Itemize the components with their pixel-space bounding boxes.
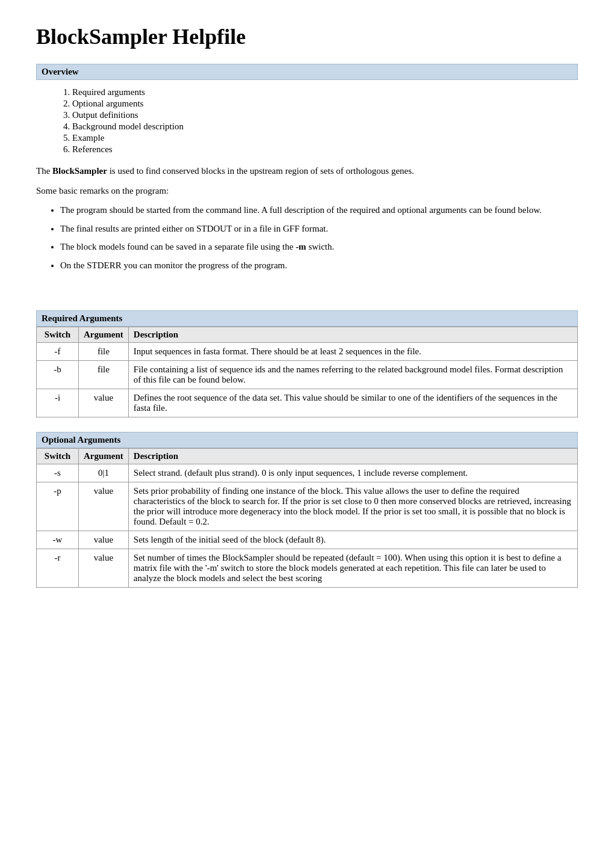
cell-argument: value — [79, 531, 129, 549]
table-row: -i value Defines the root sequence of th… — [37, 389, 578, 417]
required-args-table: Switch Argument Description -f file Inpu… — [36, 327, 578, 417]
table-row: -f file Input sequences in fasta format.… — [37, 343, 578, 361]
cell-description: Input sequences in fasta format. There s… — [128, 343, 577, 361]
list-item: The program should be started from the c… — [60, 203, 578, 217]
list-item: The block models found can be saved in a… — [60, 240, 578, 254]
table-row: -b file File containing a list of sequen… — [37, 361, 578, 389]
col-description: Description — [128, 327, 577, 343]
overview-header: Overview — [36, 64, 578, 80]
list-item: On the STDERR you can monitor the progre… — [60, 259, 578, 272]
table-row: -p value Sets prior probability of findi… — [37, 482, 578, 531]
col-argument: Argument — [79, 327, 129, 343]
table-row: -s 0|1 Select strand. (default plus stra… — [37, 464, 578, 482]
intro-paragraph1: The BlockSampler is used to find conserv… — [36, 164, 578, 178]
cell-argument: file — [79, 361, 129, 389]
cell-argument: 0|1 — [79, 464, 129, 482]
cell-argument: value — [79, 482, 129, 531]
cell-description: Select strand. (default plus strand). 0 … — [128, 464, 577, 482]
required-args-header: Required Arguments — [36, 310, 578, 327]
list-item: Output definitions — [72, 110, 578, 120]
table-row: -r value Set number of times the BlockSa… — [37, 549, 578, 588]
cell-switch: -w — [37, 531, 79, 549]
col-argument: Argument — [79, 449, 129, 464]
cell-switch: -b — [37, 361, 79, 389]
cell-argument: file — [79, 343, 129, 361]
cell-switch: -p — [37, 482, 79, 531]
cell-switch: -s — [37, 464, 79, 482]
bullet-list: The program should be started from the c… — [60, 203, 578, 272]
cell-argument: value — [79, 389, 129, 417]
overview-list: Required arguments Optional arguments Ou… — [72, 87, 578, 155]
cell-argument: value — [79, 549, 129, 588]
list-item: References — [72, 144, 578, 155]
optional-args-header: Optional Arguments — [36, 432, 578, 448]
col-description: Description — [128, 449, 577, 464]
cell-description: File containing a list of sequence ids a… — [128, 361, 577, 389]
cell-switch: -f — [37, 343, 79, 361]
cell-switch: -i — [37, 389, 79, 417]
cell-switch: -r — [37, 549, 79, 588]
cell-description: Defines the root sequence of the data se… — [128, 389, 577, 417]
list-item: Optional arguments — [72, 99, 578, 109]
cell-description: Sets length of the initial seed of the b… — [128, 531, 577, 549]
cell-description: Sets prior probability of finding one in… — [128, 482, 577, 531]
col-switch: Switch — [37, 327, 79, 343]
list-item: Background model description — [72, 122, 578, 132]
list-item: Required arguments — [72, 87, 578, 97]
optional-args-section: Optional Arguments Switch Argument Descr… — [36, 432, 578, 588]
intro-paragraph2: Some basic remarks on the program: — [36, 184, 578, 198]
col-switch: Switch — [37, 449, 79, 464]
page-title: BlockSampler Helpfile — [36, 24, 578, 49]
overview-section: Overview Required arguments Optional arg… — [36, 64, 578, 155]
required-args-section: Required Arguments Switch Argument Descr… — [36, 310, 578, 417]
optional-args-table: Switch Argument Description -s 0|1 Selec… — [36, 448, 578, 588]
list-item: The final results are printed either on … — [60, 222, 578, 236]
table-row: -w value Sets length of the initial seed… — [37, 531, 578, 549]
cell-description: Set number of times the BlockSampler sho… — [128, 549, 577, 588]
list-item: Example — [72, 133, 578, 143]
